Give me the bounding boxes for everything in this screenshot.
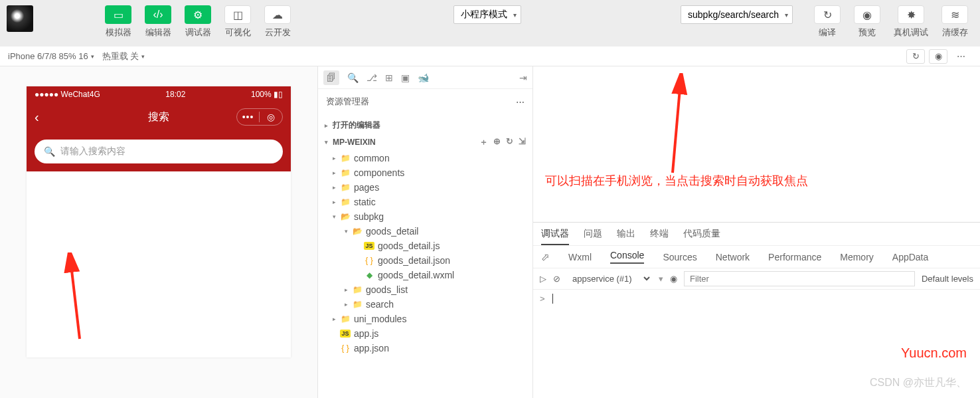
js-icon: JS bbox=[340, 330, 350, 338]
live-expression-icon[interactable]: ◉ bbox=[670, 274, 677, 284]
svg-line-1 bbox=[673, 81, 681, 173]
tree-file[interactable]: ◆goods_detail.wxml bbox=[318, 268, 532, 282]
right-tool-buttons: ↻ 编译 ◉ 预览 ✸ 真机调试 ≋ 清缓存 bbox=[809, 5, 973, 39]
simulator-panel: ●●●●● WeChat4G 18:02 100% ▮▯ ‹ 搜索 ••• ◎ … bbox=[0, 66, 317, 398]
editor-sidebar-icons: 🗐 🔍 ⎇ ⊞ ▣ 🐋 ⇥ bbox=[318, 66, 532, 89]
tab-console[interactable]: Console bbox=[610, 250, 644, 264]
console-filter-input[interactable] bbox=[684, 271, 915, 286]
refresh-tree-icon[interactable]: ↻ bbox=[506, 136, 513, 148]
editor-button[interactable]: ‹/› 编辑器 bbox=[139, 5, 177, 39]
tab-wxml[interactable]: Wxml bbox=[568, 252, 592, 262]
tab-performance[interactable]: Performance bbox=[768, 252, 821, 262]
tab-output[interactable]: 输出 bbox=[617, 228, 635, 245]
compile-button[interactable]: ↻ 编译 bbox=[809, 5, 846, 39]
tree-folder[interactable]: ▸📁components bbox=[318, 165, 532, 180]
label: 调试器 bbox=[185, 27, 211, 39]
tree-folder[interactable]: ▸📁uni_modules bbox=[318, 312, 532, 326]
mode-dropdown[interactable]: 小程序模式 bbox=[453, 5, 521, 24]
tab-terminal[interactable]: 终端 bbox=[650, 228, 669, 245]
clear-cache-button[interactable]: ≋ 清缓存 bbox=[936, 5, 973, 39]
page-dropdown[interactable]: subpkg/search/search bbox=[681, 5, 793, 24]
branch-icon[interactable]: ⎇ bbox=[367, 72, 377, 83]
preview-button[interactable]: ◉ 预览 bbox=[849, 5, 886, 39]
page-title: 搜索 bbox=[148, 110, 169, 124]
visualize-button[interactable]: ◫ 可视化 bbox=[219, 5, 256, 39]
more-icon[interactable]: ⋯ bbox=[951, 49, 970, 64]
tree-file[interactable]: JSapp.js bbox=[318, 326, 532, 341]
wxml-icon: ◆ bbox=[363, 270, 375, 280]
project-section[interactable]: ▾MP-WEIXIN ＋ ⊕ ↻ ⇲ bbox=[318, 134, 532, 151]
log-levels-dropdown[interactable]: Default levels bbox=[922, 274, 973, 284]
tab-appdata[interactable]: AppData bbox=[892, 252, 928, 262]
collapse-all-icon[interactable]: ⇲ bbox=[519, 136, 526, 148]
tab-network[interactable]: Network bbox=[716, 252, 750, 262]
tree-folder[interactable]: ▸📁common bbox=[318, 151, 532, 165]
csdn-watermark: CSDN @亦世凡华、 bbox=[870, 376, 967, 390]
stop-icon[interactable]: ◉ bbox=[929, 49, 947, 64]
eye-icon: ◉ bbox=[854, 5, 880, 24]
debugger-panel: 调试器 问题 输出 终端 代码质量 ⬀ Wxml Console Sources… bbox=[533, 222, 980, 398]
context-dropdown[interactable]: appservice (#1) bbox=[567, 272, 652, 286]
inspect-icon[interactable]: ⬀ bbox=[541, 251, 550, 263]
search-input[interactable]: 🔍 请输入搜索内容 bbox=[35, 140, 283, 163]
refresh-icon: ↻ bbox=[814, 5, 841, 24]
phone-icon: ▭ bbox=[105, 5, 131, 24]
tree-folder[interactable]: ▸📁search bbox=[318, 297, 532, 312]
simulator-control-bar: iPhone 6/7/8 85% 16▾ 热重载 关▾ ↻ ◉ ⋯ bbox=[0, 47, 980, 66]
console-prompt: > bbox=[540, 294, 545, 304]
reload-icon[interactable]: ↻ bbox=[906, 49, 925, 64]
cloud-button[interactable]: ☁ 云开发 bbox=[259, 5, 296, 39]
tree-folder[interactable]: ▾📂subpkg bbox=[318, 209, 532, 224]
device-select[interactable]: iPhone 6/7/8 85% 16▾ bbox=[8, 51, 94, 61]
clear-console-icon[interactable]: ⊘ bbox=[553, 274, 560, 284]
tree-file[interactable]: { }goods_detail.json bbox=[318, 253, 532, 268]
watermark: Yuucn.com bbox=[901, 346, 967, 361]
debug-tab-bar: 调试器 问题 输出 终端 代码质量 bbox=[533, 223, 980, 246]
user-avatar[interactable] bbox=[7, 5, 33, 32]
hot-reload-toggle[interactable]: 热重载 关▾ bbox=[102, 50, 145, 62]
execute-icon[interactable]: ▷ bbox=[540, 274, 546, 284]
tree-folder[interactable]: ▸📁static bbox=[318, 195, 532, 209]
tab-debugger[interactable]: 调试器 bbox=[541, 228, 569, 245]
label: 可视化 bbox=[225, 27, 251, 39]
editor-panel: 🗐 🔍 ⎇ ⊞ ▣ 🐋 ⇥ 资源管理器 ⋯ ▸打开的编辑器 ▾MP-WEIXIN… bbox=[317, 66, 533, 398]
files-icon[interactable]: 🗐 bbox=[323, 70, 339, 85]
bug-icon: ✸ bbox=[898, 5, 924, 24]
tab-problems[interactable]: 问题 bbox=[584, 228, 602, 245]
more-icon[interactable]: ⋯ bbox=[516, 97, 525, 107]
docker-icon[interactable]: 🐋 bbox=[418, 72, 429, 83]
search-tool-icon[interactable]: 🔍 bbox=[347, 72, 359, 83]
collapse-icon[interactable]: ⇥ bbox=[519, 72, 527, 83]
device-debug-button[interactable]: ✸ 真机调试 bbox=[888, 5, 934, 39]
tree-file[interactable]: { }app.json bbox=[318, 341, 532, 355]
console-output[interactable]: > bbox=[533, 290, 980, 308]
console-toolbar: ▷ ⊘ appservice (#1) ▾ ◉ Default levels bbox=[533, 268, 980, 290]
tree-file[interactable]: JSgoods_detail.js bbox=[318, 239, 532, 253]
top-toolbar: ▭ 模拟器 ‹/› 编辑器 ⚙ 调试器 ◫ 可视化 ☁ 云开发 小程序模式 su… bbox=[0, 0, 980, 47]
open-editors-section[interactable]: ▸打开的编辑器 bbox=[318, 117, 532, 134]
new-file-icon[interactable]: ＋ bbox=[479, 136, 488, 148]
devtools-tab-bar: ⬀ Wxml Console Sources Network Performan… bbox=[533, 246, 980, 268]
tab-sources[interactable]: Sources bbox=[663, 252, 696, 262]
folder-icon: 📁 bbox=[339, 153, 351, 163]
tree-folder[interactable]: ▾📂goods_detail bbox=[318, 224, 532, 239]
search-area: 🔍 请输入搜索内容 bbox=[27, 132, 291, 171]
svg-line-0 bbox=[70, 259, 80, 339]
snippet-icon[interactable]: ▣ bbox=[401, 72, 410, 83]
tree-folder[interactable]: ▸📁goods_list bbox=[318, 282, 532, 297]
capsule-close-icon[interactable]: ◎ bbox=[260, 112, 282, 122]
back-icon[interactable]: ‹ bbox=[35, 110, 39, 125]
tab-memory[interactable]: Memory bbox=[840, 252, 874, 262]
folder-icon: 📁 bbox=[339, 314, 351, 324]
signal-icon: ●●●●● bbox=[35, 90, 58, 99]
tree-folder[interactable]: ▸📁pages bbox=[318, 180, 532, 195]
debugger-button[interactable]: ⚙ 调试器 bbox=[179, 5, 216, 39]
extensions-icon[interactable]: ⊞ bbox=[385, 72, 393, 83]
annotation-text: 可以扫描在手机浏览，当点击搜索时自动获取焦点 bbox=[545, 173, 808, 189]
capsule-menu-icon[interactable]: ••• bbox=[237, 112, 260, 122]
new-folder-icon[interactable]: ⊕ bbox=[493, 136, 501, 148]
annotation-area: 可以扫描在手机浏览，当点击搜索时自动获取焦点 bbox=[533, 66, 980, 222]
tab-quality[interactable]: 代码质量 bbox=[683, 228, 720, 245]
simulator-button[interactable]: ▭ 模拟器 bbox=[100, 5, 137, 39]
label: 云开发 bbox=[265, 27, 291, 39]
